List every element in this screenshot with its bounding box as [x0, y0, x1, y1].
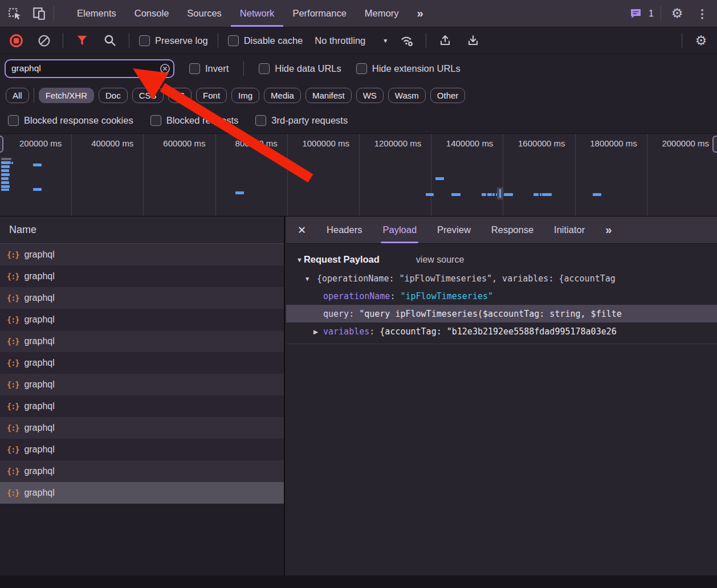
- view-source-link[interactable]: view source: [416, 255, 464, 265]
- more-tabs-chevron-icon[interactable]: »: [605, 223, 612, 236]
- invert-checkbox[interactable]: Invert: [189, 63, 229, 74]
- type-chip-media[interactable]: Media: [264, 88, 301, 103]
- checkbox[interactable]: [259, 63, 270, 74]
- table-row[interactable]: {:}graphql: [0, 395, 284, 417]
- payload-token: variables: [323, 326, 369, 337]
- table-row[interactable]: {:}graphql: [0, 244, 284, 266]
- type-chip-all[interactable]: All: [6, 88, 29, 103]
- payload-row[interactable]: ▶variables: {accountTag: "b12e3b2192ee55…: [286, 322, 717, 340]
- tab-performance[interactable]: Performance: [283, 0, 355, 27]
- network-conditions-icon[interactable]: [398, 31, 416, 50]
- table-row[interactable]: {:}graphql: [0, 330, 284, 352]
- expanded-triangle-icon[interactable]: ▼: [304, 275, 310, 282]
- details-tab-preview[interactable]: Preview: [437, 224, 471, 235]
- request-name: graphql: [24, 271, 54, 281]
- tab-elements[interactable]: Elements: [68, 0, 125, 27]
- table-row[interactable]: {:}graphql: [0, 460, 284, 482]
- table-row[interactable]: {:}graphql: [0, 352, 284, 374]
- request-payload-title: Request Payload: [304, 254, 380, 265]
- settings-gear-icon[interactable]: ⚙: [668, 5, 686, 23]
- checkbox[interactable]: [356, 63, 367, 74]
- tab-sources[interactable]: Sources: [178, 0, 231, 27]
- import-har-icon[interactable]: [436, 31, 454, 50]
- tab-memory[interactable]: Memory: [356, 0, 408, 27]
- type-chip-manifest[interactable]: Manifest: [305, 88, 352, 103]
- throttling-select[interactable]: No throttling ▼: [315, 35, 388, 46]
- type-chip-css[interactable]: CSS: [132, 88, 164, 103]
- table-row[interactable]: {:}graphql: [0, 482, 284, 504]
- disable-cache-checkbox[interactable]: Disable cache: [228, 35, 303, 46]
- issues-count: 1: [649, 9, 654, 19]
- tab-network[interactable]: Network: [231, 0, 284, 27]
- hide-data-urls-checkbox[interactable]: Hide data URLs: [259, 63, 341, 74]
- type-chip-fetchxhr[interactable]: Fetch/XHR: [39, 88, 94, 103]
- clear-network-log-icon[interactable]: [35, 31, 53, 50]
- issues-message-icon[interactable]: [627, 5, 645, 23]
- network-settings-gear-icon[interactable]: ⚙: [692, 31, 710, 50]
- request-name: graphql: [24, 293, 54, 303]
- preserve-log-checkbox[interactable]: Preserve log: [139, 35, 208, 46]
- checkbox[interactable]: [8, 115, 19, 126]
- checkbox[interactable]: [150, 115, 161, 126]
- request-name: graphql: [24, 488, 54, 498]
- more-tabs-chevron-icon[interactable]: »: [408, 0, 432, 27]
- type-chip-ws[interactable]: WS: [356, 88, 384, 103]
- table-row[interactable]: {:}graphql: [0, 374, 284, 395]
- table-row[interactable]: {:}graphql: [0, 309, 284, 330]
- close-details-icon[interactable]: ✕: [298, 224, 306, 236]
- request-payload-header[interactable]: ▼ Request Payload view source: [296, 254, 717, 265]
- table-row[interactable]: {:}graphql: [0, 287, 284, 309]
- details-tab-response[interactable]: Response: [491, 224, 533, 235]
- table-row[interactable]: {:}graphql: [0, 439, 284, 460]
- network-timeline-overview[interactable]: 200000 ms400000 ms600000 ms800000 ms1000…: [0, 134, 717, 217]
- blocked-response-cookies-checkbox[interactable]: Blocked response cookies: [8, 115, 133, 126]
- request-timing-bar: [435, 177, 444, 180]
- request-timing-bar: [540, 193, 541, 196]
- collapse-triangle-icon[interactable]: ▼: [296, 256, 303, 263]
- checkbox[interactable]: [228, 35, 239, 46]
- separator: [661, 6, 661, 21]
- type-chip-other[interactable]: Other: [430, 88, 466, 103]
- payload-row[interactable]: operationName: "ipFlowTimeseries": [286, 287, 717, 305]
- clear-filter-icon[interactable]: [160, 63, 170, 76]
- filter-input[interactable]: [5, 59, 174, 78]
- blocked-response-cookies-label: Blocked response cookies: [24, 115, 133, 126]
- table-row[interactable]: {:}graphql: [0, 417, 284, 439]
- inspect-element-icon[interactable]: [6, 5, 24, 23]
- timeline-tick-label: 1600000 ms: [518, 138, 565, 148]
- third-party-requests-checkbox[interactable]: 3rd-party requests: [255, 115, 348, 126]
- payload-row[interactable]: query: "query ipFlowTimeseries($accountT…: [286, 305, 717, 322]
- search-icon[interactable]: [101, 31, 119, 50]
- type-chip-font[interactable]: Font: [196, 88, 227, 103]
- record-network-log-icon[interactable]: [7, 31, 25, 50]
- details-tab-payload[interactable]: Payload: [382, 224, 417, 235]
- more-options-kebab-icon[interactable]: ⋮: [693, 5, 711, 23]
- name-column-header[interactable]: Name: [0, 217, 284, 244]
- checkbox[interactable]: [189, 63, 200, 74]
- export-har-icon[interactable]: [464, 31, 482, 50]
- payload-row[interactable]: ▼{operationName: "ipFlowTimeseries", var…: [286, 270, 717, 287]
- payload-token: :: [369, 326, 380, 337]
- device-toolbar-icon[interactable]: [30, 5, 48, 23]
- details-tab-headers[interactable]: Headers: [327, 224, 362, 235]
- name-column-label: Name: [9, 224, 36, 236]
- table-row[interactable]: {:}graphql: [0, 266, 284, 287]
- tab-console[interactable]: Console: [125, 0, 178, 27]
- checkbox[interactable]: [139, 35, 150, 46]
- details-tab-initiator[interactable]: Initiator: [554, 224, 585, 235]
- topbar-right-controls: 1 ⚙ ⋮: [627, 5, 711, 23]
- collapsed-triangle-icon[interactable]: ▶: [313, 328, 318, 335]
- payload-token: "ipFlowTimeseries": [400, 291, 493, 301]
- request-timing-bar: [1, 161, 11, 164]
- type-chip-doc[interactable]: Doc: [99, 88, 128, 103]
- blocked-requests-checkbox[interactable]: Blocked requests: [150, 115, 239, 126]
- separator: [63, 33, 63, 48]
- hide-extension-urls-checkbox[interactable]: Hide extension URLs: [356, 63, 461, 74]
- type-chip-img[interactable]: Img: [231, 88, 259, 103]
- filter-funnel-icon[interactable]: [73, 31, 91, 50]
- type-chip-js[interactable]: JS: [168, 88, 192, 103]
- request-name: graphql: [24, 401, 54, 411]
- checkbox[interactable]: [255, 115, 266, 126]
- type-chip-wasm[interactable]: Wasm: [388, 88, 426, 103]
- request-timing-bar: [1, 177, 9, 180]
